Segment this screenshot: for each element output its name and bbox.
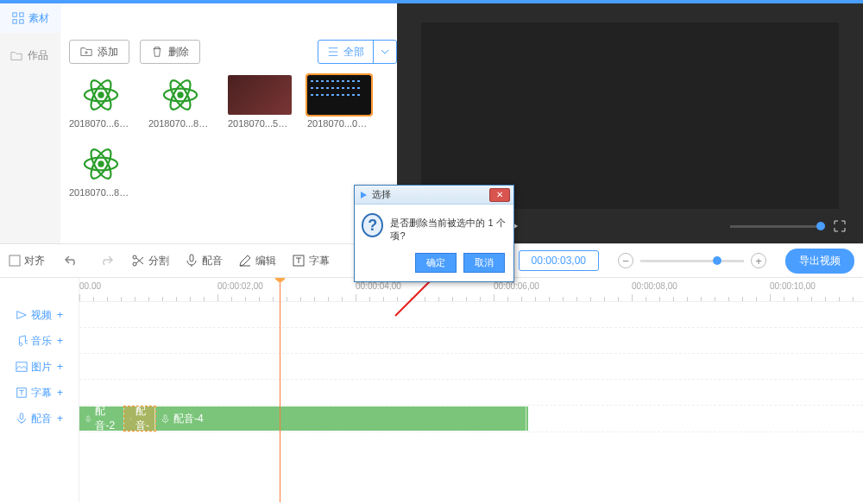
- redo-button[interactable]: [98, 254, 114, 268]
- align-label: 对齐: [24, 254, 45, 268]
- subtitle-button[interactable]: 字幕: [292, 254, 330, 268]
- preview-stage[interactable]: [421, 22, 839, 209]
- ruler-tick: 00.00: [79, 281, 101, 291]
- cut-button[interactable]: 分割: [131, 254, 169, 268]
- filter-dropdown[interactable]: 全部: [318, 40, 397, 64]
- svg-rect-18: [342, 80, 344, 82]
- edit-label: 编辑: [255, 254, 276, 268]
- svg-rect-51: [16, 362, 27, 372]
- svg-rect-35: [326, 94, 329, 96]
- svg-rect-54: [87, 415, 89, 419]
- fullscreen-icon[interactable]: [834, 220, 846, 232]
- svg-rect-3: [20, 20, 23, 23]
- trash-icon: [151, 46, 163, 58]
- track-labels: 视频+ 音乐+ 图片+ 字幕+ 配音+: [0, 278, 79, 502]
- zoom-out-button[interactable]: −: [618, 253, 633, 268]
- track-row-subtitle[interactable]: [79, 380, 863, 406]
- delete-button[interactable]: 删除: [140, 40, 200, 64]
- svg-point-48: [133, 262, 136, 266]
- sidebar-item-works[interactable]: 作品: [0, 41, 60, 70]
- svg-rect-53: [20, 413, 23, 419]
- thumbnail: [148, 75, 212, 115]
- cancel-button[interactable]: 取消: [463, 253, 505, 273]
- svg-point-47: [133, 255, 136, 259]
- export-button[interactable]: 导出视频: [785, 249, 854, 274]
- plus-icon[interactable]: +: [57, 413, 63, 425]
- track-row-video[interactable]: [79, 302, 863, 328]
- plus-icon[interactable]: +: [57, 309, 63, 321]
- ok-button[interactable]: 确定: [415, 253, 457, 273]
- media-item[interactable]: 2018070...857.mp4: [148, 75, 212, 129]
- record-button[interactable]: 配音: [185, 254, 223, 268]
- thumbnail: [69, 144, 133, 184]
- add-folder-icon: [80, 46, 92, 58]
- track-row-music[interactable]: [79, 328, 863, 354]
- media-item[interactable]: 2018070...053.mp4: [307, 75, 371, 129]
- question-icon: ?: [362, 213, 383, 237]
- mic-icon: [129, 414, 132, 424]
- ruler-tick: 00:00:02,00: [217, 281, 263, 291]
- plus-icon[interactable]: +: [57, 335, 63, 347]
- svg-rect-16: [331, 80, 334, 82]
- cut-label: 分割: [148, 254, 169, 268]
- folder-icon: [10, 50, 22, 62]
- timecode[interactable]: 00:00:03,00: [519, 250, 599, 271]
- track-image[interactable]: 图片+: [0, 354, 79, 380]
- video-icon: [16, 309, 28, 321]
- svg-rect-38: [342, 94, 344, 96]
- svg-rect-21: [357, 80, 360, 82]
- zoom-slider[interactable]: [640, 260, 744, 262]
- audio-clip[interactable]: 配音-: [124, 406, 155, 431]
- svg-rect-55: [130, 418, 131, 419]
- plus-icon[interactable]: +: [57, 387, 63, 399]
- zoom-in-button[interactable]: +: [751, 253, 766, 268]
- sidebar: 作品: [0, 33, 60, 243]
- svg-rect-26: [331, 87, 334, 89]
- audio-clip[interactable]: 配音-4: [155, 406, 526, 431]
- chevron-down-icon: [373, 41, 396, 63]
- sidebar-label: 作品: [28, 48, 48, 63]
- undo-button[interactable]: [64, 254, 79, 268]
- media-label: 2018070...053.mp4: [307, 118, 371, 129]
- svg-rect-27: [337, 87, 339, 89]
- track-music[interactable]: 音乐+: [0, 328, 79, 354]
- clip-label: 配音-4: [173, 412, 204, 426]
- track-subtitle[interactable]: 字幕+: [0, 380, 79, 406]
- align-toggle[interactable]: 对齐: [9, 254, 45, 268]
- media-grid: 2018070...653.mp42018070...857.mp4201807…: [60, 71, 397, 202]
- close-button[interactable]: ✕: [489, 188, 510, 202]
- track-video[interactable]: 视频+: [0, 302, 79, 328]
- confirm-dialog: 选择 ✕ ? 是否删除当前被选中的 1 个项? 确定 取消: [354, 185, 514, 282]
- svg-rect-31: [357, 87, 360, 89]
- progress-bar[interactable]: [730, 225, 825, 228]
- track-label: 配音: [31, 412, 52, 426]
- svg-rect-17: [337, 80, 339, 82]
- svg-rect-46: [9, 255, 20, 266]
- svg-rect-56: [164, 414, 167, 419]
- media-item[interactable]: 2018070...536.mp4: [228, 75, 292, 129]
- svg-rect-34: [321, 94, 324, 96]
- edit-button[interactable]: 编辑: [238, 254, 276, 268]
- media-item[interactable]: 2018070...826.mp4: [69, 144, 133, 198]
- svg-rect-41: [357, 94, 360, 96]
- svg-rect-1: [20, 13, 23, 16]
- tab-material[interactable]: 素材: [0, 3, 61, 33]
- mic-icon: [85, 414, 91, 424]
- audio-clip[interactable]: 配音-2: [79, 406, 124, 431]
- ruler-tick: 00:00:10,00: [770, 281, 816, 291]
- thumbnail: [228, 75, 292, 115]
- track-row-image[interactable]: [79, 354, 863, 380]
- ruler-tick: 00:00:06,00: [494, 281, 539, 291]
- record-label: 配音: [202, 254, 223, 268]
- clip-label: 配音-2: [95, 404, 118, 433]
- media-label: 2018070...653.mp4: [69, 118, 133, 129]
- track-row-audio[interactable]: 配音-2配音-配音-4: [79, 406, 863, 432]
- track-audio[interactable]: 配音+: [0, 406, 79, 432]
- media-item[interactable]: 2018070...653.mp4: [69, 75, 133, 129]
- playhead[interactable]: [280, 278, 280, 502]
- svg-rect-39: [347, 94, 350, 96]
- svg-rect-49: [190, 255, 193, 261]
- add-button[interactable]: 添加: [69, 40, 129, 64]
- plus-icon[interactable]: +: [57, 361, 63, 373]
- svg-rect-14: [321, 80, 324, 82]
